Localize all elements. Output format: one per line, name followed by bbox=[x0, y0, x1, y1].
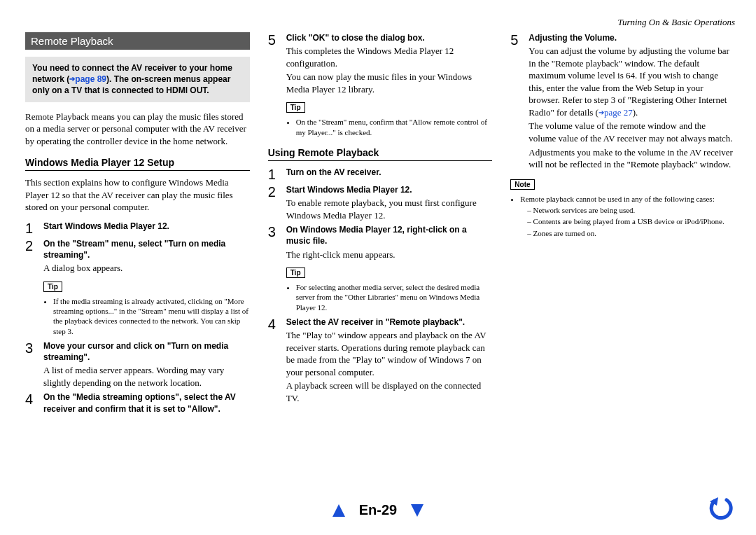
step-follow: This completes the Windows Media Player … bbox=[286, 45, 493, 69]
step-number: 5 bbox=[510, 32, 528, 47]
step-follow-b: The volume value of the remote window an… bbox=[528, 120, 735, 144]
remote-step-2: 2 Start Windows Media Player 12. To enab… bbox=[268, 184, 493, 221]
step-lead: On the "Stream" menu, select "Turn on me… bbox=[43, 238, 250, 260]
notice-box: You need to connect the AV receiver to y… bbox=[25, 57, 250, 102]
svg-marker-0 bbox=[332, 504, 345, 517]
wmp-step-5-tip: Tip On the "Stream" menu, confirm that "… bbox=[286, 98, 493, 137]
notice-bold-end: HDMI OUT bbox=[166, 85, 206, 95]
wmp-step-2-tip: Tip If the media streaming is already ac… bbox=[43, 277, 250, 336]
column-2: 5 Click "OK" to close the dialog box. Th… bbox=[268, 32, 493, 417]
wmp-step-5: 5 Click "OK" to close the dialog box. Th… bbox=[268, 32, 493, 95]
remote-step-4: 4 Select the AV receiver in "Remote play… bbox=[268, 317, 493, 404]
remote-step-3-tip: Tip For selecting another media server, … bbox=[286, 263, 493, 312]
remote-step-5: 5 Adjusting the Volume. You can adjust t… bbox=[510, 32, 735, 171]
wmp-setup-heading: Windows Media Player 12 Setup bbox=[25, 157, 250, 171]
step-number: 4 bbox=[25, 391, 43, 406]
step-follow-a: You can adjust the volume by adjusting t… bbox=[528, 45, 735, 118]
tip-bullet: If the media streaming is already activa… bbox=[53, 296, 250, 336]
step-number: 3 bbox=[268, 224, 286, 239]
column-3: 5 Adjusting the Volume. You can adjust t… bbox=[510, 32, 735, 417]
note-block: Note Remote playback cannot be used in a… bbox=[510, 175, 735, 238]
tip-bullet: For selecting another media server, sele… bbox=[296, 282, 493, 312]
footer-nav: En-29 bbox=[0, 501, 756, 518]
step-number: 2 bbox=[268, 184, 286, 199]
step-follow: To enable remote playback, you must firs… bbox=[286, 197, 493, 221]
note-dash-2: Contents are being played from a USB dev… bbox=[527, 216, 735, 226]
page-link[interactable]: page 27 bbox=[604, 107, 633, 118]
step-follow-2: A playback screen will be displayed on t… bbox=[286, 380, 493, 404]
step-follow-a-tail: ). bbox=[633, 107, 638, 118]
notice-link[interactable]: page 89 bbox=[75, 74, 106, 84]
step-number: 4 bbox=[268, 317, 286, 331]
wmp-step-1: 1 Start Windows Media Player 12. bbox=[25, 221, 250, 235]
prev-page-button[interactable] bbox=[331, 503, 346, 518]
step-lead: Adjusting the Volume. bbox=[528, 32, 735, 43]
step-lead: Start Windows Media Player 12. bbox=[286, 184, 493, 195]
notice-tail: . bbox=[206, 85, 209, 95]
page-number: En-29 bbox=[359, 502, 397, 518]
tip-label: Tip bbox=[286, 268, 305, 278]
step-follow-c: Adjustments you make to the volume in th… bbox=[528, 146, 735, 171]
remote-step-1: 1 Turn on the AV receiver. bbox=[268, 167, 493, 181]
section-title: Remote Playback bbox=[25, 32, 250, 50]
step-follow: The right-click menu appears. bbox=[286, 249, 493, 261]
step-number: 5 bbox=[268, 32, 286, 47]
svg-marker-1 bbox=[411, 504, 424, 517]
step-lead: Start Windows Media Player 12. bbox=[43, 221, 250, 232]
remote-playback-heading: Using Remote Playback bbox=[268, 147, 493, 161]
back-button[interactable] bbox=[706, 494, 734, 522]
tip-bullet: On the "Stream" menu, confirm that "Allo… bbox=[296, 117, 493, 137]
page-root: Turning On & Basic Operations Remote Pla… bbox=[0, 0, 756, 535]
tip-label: Tip bbox=[286, 102, 305, 113]
step-lead: On Windows Media Player 12, right-click … bbox=[286, 224, 493, 246]
breadcrumb: Turning On & Basic Operations bbox=[617, 17, 735, 28]
column-1: Remote Playback You need to connect the … bbox=[25, 32, 250, 417]
step-lead: Move your cursor and click on "Turn on m… bbox=[43, 340, 250, 363]
step-follow: A dialog box appears. bbox=[43, 262, 250, 275]
note-dash-3: Zones are turned on. bbox=[527, 228, 735, 238]
wmp-intro: This section explains how to configure W… bbox=[25, 176, 250, 214]
remote-step-3: 3 On Windows Media Player 12, right-clic… bbox=[268, 224, 493, 260]
wmp-step-3: 3 Move your cursor and click on "Turn on… bbox=[25, 340, 250, 389]
content-columns: Remote Playback You need to connect the … bbox=[25, 32, 735, 417]
step-lead: On the "Media streaming options", select… bbox=[43, 391, 250, 414]
note-bullet: Remote playback cannot be used in any of… bbox=[520, 194, 735, 238]
step-number: 1 bbox=[25, 221, 43, 235]
step-number: 3 bbox=[25, 340, 43, 355]
step-follow-2: You can now play the music files in your… bbox=[286, 71, 493, 95]
wmp-step-2: 2 On the "Stream" menu, select "Turn on … bbox=[25, 238, 250, 275]
step-number: 1 bbox=[268, 167, 286, 181]
intro-paragraph: Remote Playback means you can play the m… bbox=[25, 111, 250, 148]
step-lead: Select the AV receiver in "Remote playba… bbox=[286, 317, 493, 328]
step-lead: Turn on the AV receiver. bbox=[286, 167, 493, 178]
note-label: Note bbox=[510, 179, 534, 190]
tip-label: Tip bbox=[43, 282, 62, 292]
step-number: 2 bbox=[25, 238, 43, 253]
note-bullet-text: Remote playback cannot be used in any of… bbox=[520, 195, 714, 203]
note-dash-1: Network services are being used. bbox=[527, 205, 735, 215]
step-lead: Click "OK" to close the dialog box. bbox=[286, 32, 493, 43]
next-page-button[interactable] bbox=[410, 503, 425, 518]
wmp-step-4: 4 On the "Media streaming options", sele… bbox=[25, 391, 250, 414]
step-follow: The "Play to" window appears and playbac… bbox=[286, 329, 493, 378]
step-follow: A list of media server appears. Wording … bbox=[43, 364, 250, 389]
link-arrow-icon: ➔ bbox=[598, 109, 604, 116]
